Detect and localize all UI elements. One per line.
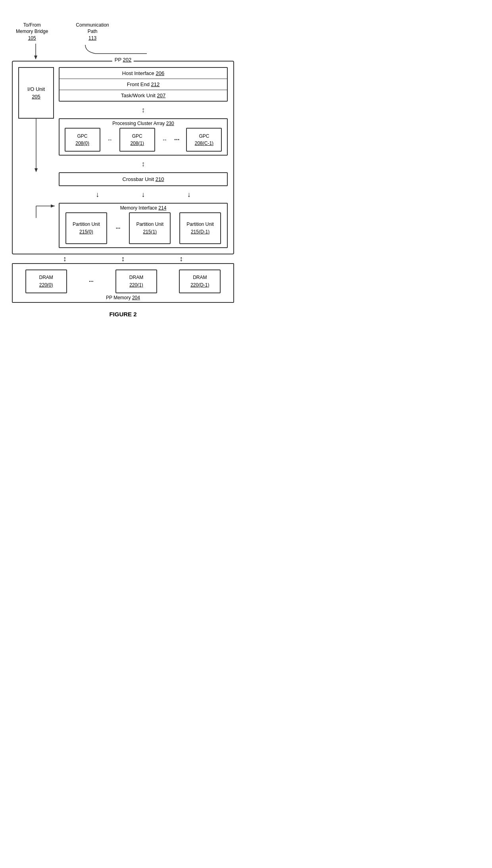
arrow-pca-to-crossbar: ↕ [59, 160, 228, 168]
partition-row: Partition Unit 215(0) ··· Partition Unit… [63, 212, 224, 244]
task-work-row: Task/Work Unit 207 [60, 90, 227, 101]
gpc-arrow-01: ↔ [107, 137, 113, 143]
front-end-row: Front End 212 [60, 79, 227, 90]
dram-box-0: DRAM 220(0) [25, 269, 67, 293]
pp-box: PP 202 I/O Unit 205 [12, 61, 234, 254]
crossbar-box: Crossbar Unit 210 [59, 172, 228, 186]
gpc-box-1: GPC 208(1) [119, 128, 155, 152]
gpc-row: GPC 208(0) ↔ GPC 208(1) ↔ ··· GPC 208(C-… [63, 128, 224, 152]
dram-box-1: DRAM 220(1) [115, 269, 157, 293]
arrow-crossbar-to-mem: ↓ ↓ ↓ [59, 190, 228, 199]
partition-box-1: Partition Unit 215(1) [129, 212, 171, 244]
memory-interface-box: Memory Interface 214 Partition Unit 215(… [59, 203, 228, 248]
gpc-arrow-1c: ↔ [162, 137, 167, 143]
figure-label: FIGURE 2 [12, 311, 234, 318]
dram-dots: ··· [89, 278, 94, 285]
dram-row: DRAM 220(0) ··· DRAM 220(1) DRAM 220(D-1… [16, 269, 230, 293]
io-arrow-svg [18, 119, 54, 242]
gpc-box-0: GPC 208(0) [65, 128, 100, 152]
partition-box-0: Partition Unit 215(0) [65, 212, 107, 244]
partition-dots: ··· [116, 225, 121, 231]
right-col: Host Interface 206 Front End 212 Task/Wo… [59, 67, 228, 248]
pca-box: Processing Cluster Array 230 GPC 208(0) … [59, 118, 228, 156]
svg-marker-7 [51, 204, 55, 208]
partition-box-d1: Partition Unit 215(D-1) [179, 212, 221, 244]
pp-label: PP 202 [112, 57, 134, 63]
svg-marker-1 [34, 56, 37, 60]
pp-memory-label: PP Memory 204 [106, 295, 140, 300]
svg-marker-4 [35, 168, 38, 172]
host-interface-box: Host Interface 206 Front End 212 Task/Wo… [59, 67, 228, 102]
arrow-partition-to-dram: ↕ ↕ ↕ [12, 254, 234, 263]
comm-path-label: Communication Path 113 [76, 22, 109, 42]
gpc-box-c1: GPC 208(C-1) [186, 128, 222, 152]
arrow-host-to-pca: ↕ [59, 106, 228, 114]
io-unit-box: I/O Unit 205 [18, 67, 54, 119]
memory-interface-label: Memory Interface 214 [120, 205, 167, 211]
gpc-dots: ··· [174, 136, 179, 143]
host-interface-row: Host Interface 206 [60, 68, 227, 79]
io-unit-col: I/O Unit 205 [18, 67, 54, 242]
dram-box-d1: DRAM 220(D-1) [179, 269, 221, 293]
pp-memory-box: DRAM 220(0) ··· DRAM 220(1) DRAM 220(D-1… [12, 263, 234, 303]
to-from-label: To/From Memory Bridge 105 [16, 22, 48, 42]
pca-label: Processing Cluster Array 230 [112, 121, 174, 126]
